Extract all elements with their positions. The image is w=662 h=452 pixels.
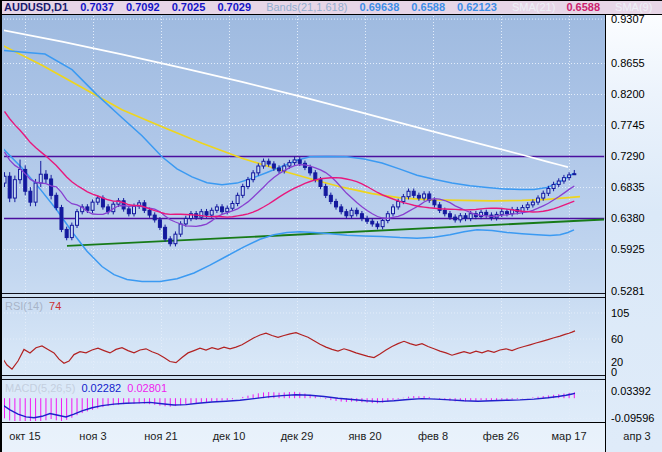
macd-panel-surface[interactable] <box>4 381 604 421</box>
bands-lower-value: 0.62123 <box>457 1 497 14</box>
price-axis-label: 0.5925 <box>611 244 645 255</box>
chart-header: AUDUSD,D1 0.7037 0.7092 0.7025 0.7029 Ba… <box>2 1 662 15</box>
sma21-indicator-label: SMA(21) <box>512 1 555 14</box>
symbol-timeframe: AUDUSD,D1 <box>4 1 68 14</box>
price-axis-label: 0.8200 <box>611 89 645 100</box>
quote-close: 0.7029 <box>217 1 251 14</box>
price-axis-label: 0.7745 <box>611 120 645 131</box>
quote-open: 0.7037 <box>80 1 114 14</box>
price-axis-label: 0.6380 <box>611 213 645 224</box>
bands-upper-value: 0.69638 <box>360 1 400 14</box>
time-axis-label: апр 3 <box>607 430 662 442</box>
time-axis-label: дек 29 <box>267 430 327 442</box>
rsi-axis-label: 105 <box>611 308 629 319</box>
quote-low: 0.7025 <box>172 1 206 14</box>
time-axis-label: фев 8 <box>403 430 463 442</box>
price-axis-label: 0.5281 <box>611 286 645 297</box>
rsi-panel-surface[interactable] <box>4 299 604 374</box>
price-axis-label: 0.9307 <box>611 14 645 25</box>
bands-indicator-label: Bands(21,1.618) <box>266 1 347 14</box>
time-axis-label: дек 10 <box>199 430 259 442</box>
quote-high: 0.7092 <box>126 1 160 14</box>
main-chart-surface[interactable] <box>4 16 604 293</box>
time-axis-label: янв 20 <box>335 430 395 442</box>
rsi-axis-label: 60 <box>611 334 623 345</box>
rsi-axis-label: 0 <box>611 367 617 378</box>
panel-splitter-rsi[interactable] <box>2 293 605 298</box>
price-axis-label: 0.7290 <box>611 151 645 162</box>
price-axis-label: 0.8655 <box>611 58 645 69</box>
time-axis-label: ноя 21 <box>131 430 191 442</box>
time-axis-label: окт 15 <box>0 430 55 442</box>
sma21-value: 0.6588 <box>566 1 600 14</box>
price-axis-label: 0.6835 <box>611 182 645 193</box>
macd-axis-label: 0.03392 <box>611 386 651 397</box>
time-axis-label: фев 26 <box>471 430 531 442</box>
bands-middle-value: 0.6588 <box>411 1 445 14</box>
time-axis-label: мар 17 <box>539 430 599 442</box>
panel-splitter-macd[interactable] <box>2 375 605 380</box>
time-axis-label: ноя 3 <box>63 430 123 442</box>
chart-window: AUDUSD,D1 0.7037 0.7092 0.7025 0.7029 Ba… <box>0 0 662 452</box>
macd-axis-label: -0.09596 <box>611 413 654 424</box>
